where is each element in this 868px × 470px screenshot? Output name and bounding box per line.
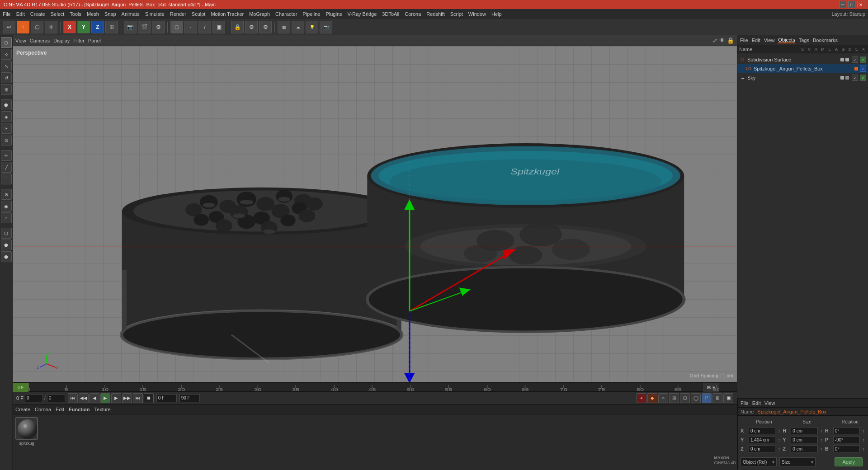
menu-create[interactable]: Create — [30, 11, 45, 17]
mat-create-btn[interactable]: Create — [15, 407, 30, 412]
scale-tool[interactable]: ⤡ — [1, 61, 12, 71]
tool2-btn[interactable]: ⚙ — [259, 21, 272, 33]
menu-animate[interactable]: Animate — [122, 11, 140, 17]
close-btn[interactable]: ✕ — [857, 1, 864, 8]
edge-mode-btn[interactable]: / — [198, 21, 211, 33]
menu-render[interactable]: Render — [170, 11, 186, 17]
prev-key-btn[interactable]: ◀◀ — [79, 393, 89, 403]
viewport-icon-eye[interactable]: 👁 — [719, 37, 725, 44]
brush-tool[interactable]: ◉ — [1, 201, 12, 212]
obj-tab-edit[interactable]: Edit — [752, 38, 760, 43]
object-mode-btn[interactable]: ⬡ — [170, 21, 183, 33]
maximize-btn[interactable]: □ — [848, 1, 855, 8]
live-select-btn[interactable]: ⬡ — [31, 21, 43, 33]
frame-input2[interactable] — [47, 394, 65, 402]
extrude-tool[interactable]: ⬟ — [1, 99, 12, 110]
menu-file[interactable]: File — [3, 11, 11, 17]
obj-tab-objects[interactable]: Objects — [778, 37, 795, 43]
apply-button[interactable]: Apply — [835, 457, 863, 466]
obj-tab-view[interactable]: View — [764, 38, 775, 43]
axis-y-btn[interactable]: Y — [77, 21, 90, 33]
mat-texture-btn[interactable]: Texture — [94, 407, 111, 412]
menu-help[interactable]: Help — [491, 11, 502, 17]
tl-btn5[interactable]: ⊞ — [712, 393, 722, 403]
subdiv-s-dot[interactable] — [840, 58, 844, 61]
attr-tab-view[interactable]: View — [764, 400, 775, 406]
menu-corona[interactable]: Corona — [405, 11, 421, 17]
floor-btn[interactable]: ▦ — [278, 21, 290, 33]
tl-btn1[interactable]: ⊞ — [669, 393, 679, 403]
axis-x-btn[interactable]: X — [63, 21, 76, 33]
rotate-tool[interactable]: ↺ — [1, 72, 12, 83]
record-btn[interactable]: ● — [637, 393, 646, 403]
world-axis-btn[interactable]: ⊞ — [105, 21, 118, 33]
obj-item-sky[interactable]: ☁ Sky ✓ ✓ — [737, 73, 868, 82]
menu-redshift[interactable]: Redshift — [426, 11, 444, 17]
frame-end-input[interactable] — [179, 394, 200, 402]
curve-tool[interactable]: ⌒ — [1, 174, 12, 184]
coord-mode-dropdown[interactable]: Object (Rel) — [741, 457, 777, 466]
size-y-field[interactable]: 0 cm — [791, 436, 817, 443]
sky-check[interactable]: ✓ — [852, 75, 858, 81]
menu-3dtoall[interactable]: 3DToAll — [382, 11, 399, 17]
size-h-field[interactable]: 0 cm — [791, 427, 817, 434]
attr-tab-file[interactable]: File — [741, 400, 749, 406]
menu-simulate[interactable]: Simulate — [145, 11, 165, 17]
menu-select[interactable]: Select — [51, 11, 65, 17]
tool1-btn[interactable]: ⚙ — [245, 21, 258, 33]
viewport-menu-filter[interactable]: Filter — [73, 38, 84, 43]
light-btn[interactable]: 💡 — [306, 21, 318, 33]
pos-y-field[interactable]: 1.404 cm — [749, 436, 775, 443]
record-stop-btn[interactable]: ○ — [658, 393, 668, 403]
viewport-menu-panel[interactable]: Panel — [88, 38, 101, 43]
tl-expand[interactable]: ▣ — [723, 393, 733, 403]
viewport-menu-view[interactable]: View — [15, 38, 26, 43]
pen-tool[interactable]: ✏ — [1, 150, 12, 161]
menu-mograph[interactable]: MoGraph — [249, 11, 270, 17]
obj-item-subdiv[interactable]: ⬡ Subdivision Surface ✓ ✓ — [737, 55, 868, 64]
smooth-tool[interactable]: ○ — [1, 212, 12, 223]
menu-window[interactable]: Window — [468, 11, 486, 17]
render-active-btn[interactable]: 🎬 — [138, 21, 151, 33]
texture-tool[interactable]: ⬢ — [1, 251, 12, 262]
camera-btn[interactable]: 📷 — [320, 21, 332, 33]
pos-x-field[interactable]: 0 cm — [749, 427, 775, 434]
paint-tool[interactable]: ⬡ — [1, 228, 12, 239]
axis-z-btn[interactable]: Z — [91, 21, 104, 33]
render-settings-btn[interactable]: ⚙ — [152, 21, 165, 33]
redo-btn[interactable]: + — [17, 21, 29, 33]
knife-tool[interactable]: ✂ — [1, 123, 12, 134]
obj-tab-tags[interactable]: Tags — [799, 38, 809, 43]
next-frame-btn[interactable]: ▶ — [111, 393, 121, 403]
menu-sculpt[interactable]: Sculpt — [192, 11, 206, 17]
menu-vraybridge[interactable]: V-Ray Bridge — [348, 11, 377, 17]
viewport-menu-cameras[interactable]: Cameras — [30, 38, 50, 43]
attr-tab-edit[interactable]: Edit — [752, 400, 761, 406]
snap-btn[interactable]: 🔒 — [231, 21, 244, 33]
subdiv-check[interactable]: ✓ — [852, 56, 858, 63]
go-end-btn[interactable]: ⏭ — [133, 393, 143, 403]
mat-corona-btn[interactable]: Corona — [35, 407, 51, 412]
mat-edit-btn[interactable]: Edit — [56, 407, 64, 412]
menu-tools[interactable]: Tools — [70, 11, 81, 17]
menu-plugins[interactable]: Plugins — [326, 11, 342, 17]
frame-input[interactable] — [25, 394, 43, 402]
bridge-tool[interactable]: ⊡ — [1, 135, 12, 146]
spitzkugel-dot[interactable] — [854, 67, 858, 70]
spitzkugel-check[interactable]: ✓ — [860, 66, 866, 72]
select-tool[interactable]: ⬡ — [1, 37, 12, 48]
prev-frame-btn[interactable]: ◀ — [90, 393, 99, 403]
fill-tool[interactable]: ⬢ — [1, 240, 12, 250]
obj-item-spitzkugel[interactable]: LO Spitzkugel_Airgun_Pellets_Box ✓ — [737, 64, 868, 73]
menu-snap[interactable]: Snap — [104, 11, 116, 17]
minimize-btn[interactable]: ─ — [839, 1, 846, 8]
transform-tool[interactable]: ⊞ — [1, 84, 12, 95]
sky-btn[interactable]: ☁ — [292, 21, 304, 33]
subdiv-check2[interactable]: ✓ — [860, 56, 866, 63]
menu-script[interactable]: Script — [450, 11, 463, 17]
render-region-btn[interactable]: 📷 — [124, 21, 137, 33]
obj-tab-file[interactable]: File — [740, 38, 748, 43]
poly-mode-btn[interactable]: ▣ — [212, 21, 225, 33]
frame-start-input[interactable] — [156, 394, 177, 402]
pos-z-field[interactable]: 0 cm — [749, 445, 775, 452]
